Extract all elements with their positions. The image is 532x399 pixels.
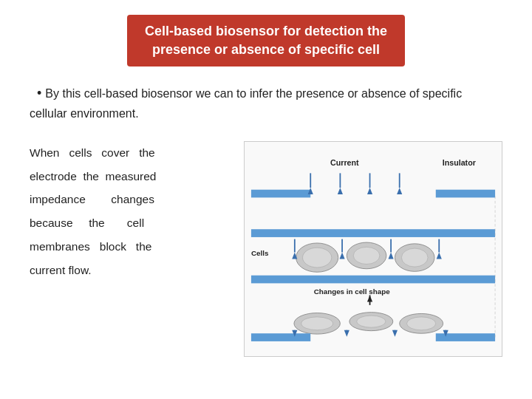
electrode-bottom-left	[251, 333, 310, 341]
title-box: Cell-based biosensor for detection the p…	[127, 15, 405, 66]
electrode-bottom-right	[436, 333, 495, 341]
cell-arrow-stem-1	[294, 239, 296, 252]
cell-deformed-2-inner	[357, 316, 386, 327]
cell-deformed-1-inner	[301, 317, 333, 330]
body-line-3: impedance changes	[30, 188, 229, 211]
cell-arrow-2	[339, 252, 344, 259]
title-line1: Cell-based biosensor for detection the	[145, 24, 387, 38]
bullet-text: By this cell-based biosensor we can to i…	[30, 87, 462, 120]
electrode-middle	[251, 275, 495, 283]
electrode-bottom-top-section	[251, 229, 495, 237]
bottom-arrow-stem-1	[294, 330, 296, 333]
bullet-section: By this cell-based biosensor we can to i…	[30, 83, 502, 123]
cell-deformed-3-inner	[407, 317, 436, 330]
body-line-4: because the cell	[30, 211, 229, 235]
label-cells: Cells	[251, 249, 269, 257]
biosensor-diagram: Current Insulator Cells	[245, 142, 502, 356]
arrow-stem-4	[399, 173, 400, 188]
diagram-area: Current Insulator Cells	[244, 141, 502, 357]
body-text-block: When cells cover the electrode the measu…	[30, 141, 229, 282]
arrow-stem-2	[339, 173, 341, 188]
content-area: When cells cover the electrode the measu…	[30, 141, 502, 357]
arrow-up-3	[367, 188, 372, 194]
change-arrow-stem	[369, 295, 371, 304]
arrow-stem-3	[369, 173, 371, 188]
cell-1-inner	[303, 248, 332, 267]
body-line-1: When cells cover the	[30, 141, 229, 165]
cell-arrow-4	[437, 252, 442, 259]
title-line2: presence or absence of specific cell	[152, 42, 380, 57]
cell-arrow-stem-4	[438, 239, 440, 252]
bottom-arrow-stem-4	[445, 330, 446, 333]
bottom-arrow-stem-3	[395, 330, 396, 333]
arrow-up-4	[397, 188, 402, 194]
label-insulator: Insulator	[443, 157, 476, 166]
cell-arrow-stem-3	[390, 239, 392, 252]
electrode-top-left	[251, 189, 310, 197]
body-line-6: current flow.	[30, 259, 229, 282]
slide-container: Cell-based biosensor for detection the p…	[0, 0, 532, 399]
arrow-up-2	[338, 188, 343, 194]
cell-2-inner	[353, 247, 380, 264]
label-changes: Changes in cell shape	[314, 287, 390, 295]
electrode-top-right	[436, 189, 495, 197]
cell-arrow-3	[389, 252, 394, 259]
bottom-arrow-stem-2	[346, 330, 347, 333]
arrow-stem-1	[310, 173, 311, 188]
body-line-2: electrode the measured	[30, 165, 229, 188]
cell-arrow-stem-2	[341, 239, 343, 252]
body-line-5: membranes block the	[30, 235, 229, 259]
label-current: Current	[330, 157, 359, 166]
cell-3-inner	[401, 248, 428, 267]
